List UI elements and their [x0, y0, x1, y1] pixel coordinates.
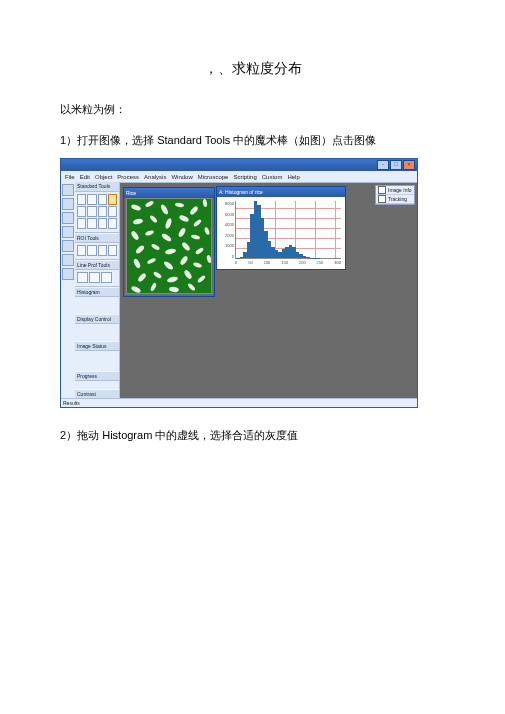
roi-tool-icon[interactable]	[77, 245, 86, 256]
hist-plot-area[interactable]	[235, 201, 341, 259]
tool-oval-icon[interactable]	[77, 218, 86, 229]
step-1-tool: Standard Tools	[157, 134, 230, 146]
roi-tool-icon[interactable]	[98, 245, 107, 256]
histogram-body: 0 1000 2000 4000 6000 8000 0 50 100 150 …	[217, 197, 345, 269]
tool-line-icon[interactable]	[98, 206, 107, 217]
maximize-button[interactable]: □	[390, 160, 402, 170]
menu-process[interactable]: Process	[117, 174, 139, 180]
toolbar-icon[interactable]	[62, 184, 74, 196]
hist-bars	[236, 201, 341, 258]
close-button[interactable]: ×	[403, 160, 415, 170]
menu-window[interactable]: Window	[171, 174, 192, 180]
section-lineprof[interactable]: Line Prof Tools	[75, 260, 119, 270]
tool-hand-icon[interactable]	[87, 194, 96, 205]
roi-tools-grid	[75, 243, 119, 260]
roi-tool-icon[interactable]	[87, 245, 96, 256]
histogram-window-title: A: Histogram of rice	[217, 187, 345, 197]
section-roi[interactable]: ROI Tools	[75, 233, 119, 243]
image-window-title: Rice	[124, 188, 214, 198]
right-panel: Image Info Tracking	[375, 185, 415, 205]
right-panel-item[interactable]: Image Info	[376, 186, 414, 195]
toolbar-icon[interactable]	[62, 268, 74, 280]
side-panel-header: Standard Tools	[75, 182, 119, 192]
histogram-window[interactable]: A: Histogram of rice 0 1000 2000 4000 60…	[216, 186, 346, 270]
step-1: 1）打开图像，选择 Standard Tools 中的魔术棒（如图）点击图像	[60, 133, 445, 148]
page-title: ，、求粒度分布	[60, 60, 445, 78]
section-progress[interactable]: Progress	[75, 371, 119, 381]
toolbar-icon[interactable]	[62, 198, 74, 210]
tool-rect-icon[interactable]	[77, 206, 86, 217]
right-panel-item[interactable]: Tracking	[376, 195, 414, 204]
tool-free-icon[interactable]	[98, 218, 107, 229]
lp-tool-icon[interactable]	[89, 272, 100, 283]
menu-file[interactable]: File	[65, 174, 75, 180]
tool-zoom-icon[interactable]	[98, 194, 107, 205]
section-histogram[interactable]: Histogram	[75, 287, 119, 297]
app-titlebar: ‐ □ ×	[61, 159, 417, 171]
tool-magic-wand-icon[interactable]	[108, 194, 117, 205]
side-panel: Standard Tools	[75, 182, 120, 399]
toolbar-icon[interactable]	[62, 226, 74, 238]
tool-text-icon[interactable]	[87, 206, 96, 217]
toolbar-icon[interactable]	[62, 254, 74, 266]
image-window[interactable]: Rice	[123, 187, 215, 297]
intro-text: 以米粒为例：	[60, 102, 445, 117]
menu-analysis[interactable]: Analysis	[144, 174, 166, 180]
app-screenshot: ‐ □ × File Edit Object Process Analysis …	[60, 158, 418, 408]
hist-y-axis: 0 1000 2000 4000 6000 8000	[217, 201, 235, 259]
standard-tools-grid	[75, 192, 119, 233]
menu-help[interactable]: Help	[287, 174, 299, 180]
menu-object[interactable]: Object	[95, 174, 112, 180]
roi-tool-icon[interactable]	[108, 245, 117, 256]
tool-crop-icon[interactable]	[108, 206, 117, 217]
hist-x-axis: 0 50 100 150 200 250 300	[235, 260, 341, 269]
section-display[interactable]: Display Control	[75, 314, 119, 324]
step-2-tool: Histogram	[102, 429, 152, 441]
tool-eyedrop-icon[interactable]	[108, 218, 117, 229]
lp-tool-icon[interactable]	[101, 272, 112, 283]
image-canvas[interactable]	[126, 198, 212, 294]
menu-scripting[interactable]: Scripting	[233, 174, 256, 180]
toolbar-icon[interactable]	[62, 240, 74, 252]
window-controls: ‐ □ ×	[377, 160, 415, 170]
menu-edit[interactable]: Edit	[80, 174, 90, 180]
step-1-num: 1）打开图像，选择	[60, 134, 157, 146]
thumb-icon	[378, 186, 386, 194]
toolbar-icon[interactable]	[62, 212, 74, 224]
step-2-suffix: 中的虚线，选择合适的灰度值	[152, 429, 298, 441]
menu-microscope[interactable]: Microscope	[198, 174, 229, 180]
step-1-suffix: 中的魔术棒（如图）点击图像	[230, 134, 376, 146]
tool-poly-icon[interactable]	[87, 218, 96, 229]
section-imgstatus[interactable]: Image Status	[75, 341, 119, 351]
lp-tool-icon[interactable]	[77, 272, 88, 283]
menu-custom[interactable]: Custom	[262, 174, 283, 180]
tool-pointer-icon[interactable]	[77, 194, 86, 205]
thumb-icon	[378, 195, 386, 203]
left-toolbar	[61, 182, 76, 399]
step-2: 2）拖动 Histogram 中的虚线，选择合适的灰度值	[60, 428, 445, 443]
lineprof-tools-grid	[75, 270, 119, 287]
status-bar: Results	[61, 398, 417, 407]
step-2-num: 2）拖动	[60, 429, 102, 441]
minimize-button[interactable]: ‐	[377, 160, 389, 170]
